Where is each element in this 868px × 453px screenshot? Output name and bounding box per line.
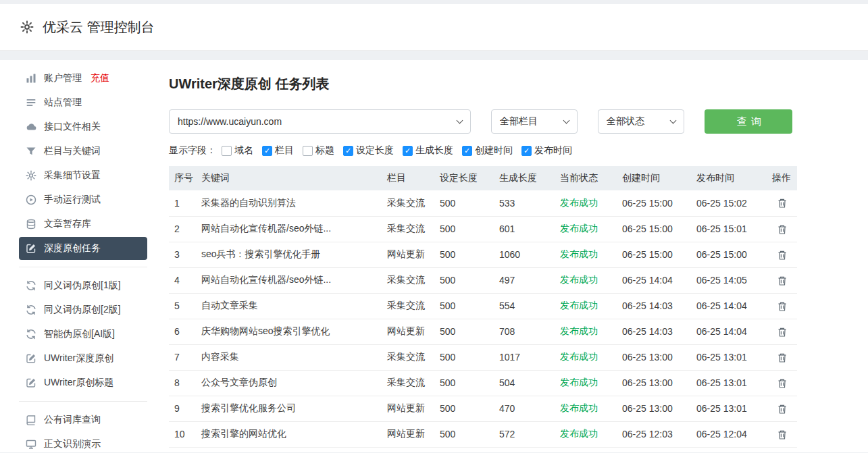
table-row: 9搜索引擎优化服务公司网站更新500470发布成功06-25 13:0006-2… <box>169 396 797 421</box>
table-row: 4网站自动化宣传机器/seo外链...采集交流500497发布成功06-25 1… <box>169 267 797 293</box>
sidebar-item-2[interactable]: 站点管理 <box>19 91 147 114</box>
checkbox-checked-icon[interactable]: ✓ <box>521 146 532 156</box>
column-header: 关键词 <box>196 166 382 190</box>
sidebar-item-10[interactable]: 同义词伪原创[2版] <box>19 298 147 321</box>
gears-icon <box>26 170 36 181</box>
index-cell: 6 <box>169 319 196 344</box>
column-cell: 网站更新 <box>382 242 434 267</box>
created-cell: 06-25 12:03 <box>617 421 691 447</box>
field-checkbox-7[interactable]: ✓发布时间 <box>521 144 572 157</box>
sidebar-item-label: 智能伪原创[AI版] <box>44 328 115 340</box>
checkbox-checked-icon[interactable]: ✓ <box>262 146 272 156</box>
index-cell: 9 <box>169 396 196 421</box>
checkbox-unchecked-icon[interactable] <box>303 146 313 156</box>
sidebar-item-label: UWriter原创标题 <box>44 377 113 389</box>
delete-icon[interactable] <box>777 429 788 440</box>
domain-select[interactable]: https://www.ucaiyun.com <box>169 109 471 134</box>
sidebar-item-3[interactable]: 接口文件相关 <box>19 115 147 138</box>
column-header: 发布时间 <box>691 166 767 190</box>
sidebar-item-label: 接口文件相关 <box>44 121 101 133</box>
action-cell <box>767 242 797 267</box>
page-title: UWriter深度原创 任务列表 <box>169 75 868 93</box>
delete-icon[interactable] <box>777 301 788 312</box>
delete-icon[interactable] <box>777 327 788 338</box>
sidebar-divider <box>19 267 147 267</box>
status-cell: 发布成功 <box>555 396 617 421</box>
sidebar-item-7[interactable]: 文章暂存库 <box>19 213 147 236</box>
action-cell <box>767 344 797 370</box>
action-cell <box>767 421 797 447</box>
filter-row: https://www.ucaiyun.com 全部栏目 全部状态 查询 <box>169 109 868 134</box>
checkbox-checked-icon[interactable]: ✓ <box>343 146 353 156</box>
content: 账户管理充值站点管理接口文件相关栏目与关键词采集细节设置手动运行测试文章暂存库深… <box>0 60 868 452</box>
published-cell: 06-25 14:05 <box>691 267 767 293</box>
column-cell: 采集交流 <box>382 216 434 242</box>
column-cell: 网站更新 <box>382 319 434 344</box>
sidebar-item-9[interactable]: 同义词伪原创[1版] <box>19 274 147 297</box>
sync-icon <box>26 329 36 340</box>
column-header: 设定长度 <box>434 166 494 190</box>
sync-icon <box>26 280 36 291</box>
sidebar-item-12[interactable]: UWriter深度原创 <box>19 347 147 370</box>
sidebar-item-label: 公有词库查询 <box>44 414 101 426</box>
set-length-cell: 500 <box>434 396 494 421</box>
action-cell <box>767 370 797 396</box>
database-icon <box>26 219 36 230</box>
sidebar-item-8[interactable]: 深度原创任务 <box>19 237 147 260</box>
sidebar-item-14[interactable]: 公有词库查询 <box>19 408 147 431</box>
column-select[interactable]: 全部栏目 <box>491 109 578 134</box>
field-checkbox-2[interactable]: ✓栏目 <box>262 144 294 157</box>
sidebar-item-5[interactable]: 采集细节设置 <box>19 164 147 187</box>
sidebar-item-label: 站点管理 <box>44 97 82 109</box>
delete-icon[interactable] <box>777 404 788 415</box>
filter-icon <box>26 146 36 157</box>
table-row: 1采集器的自动识别算法采集交流500533发布成功06-25 15:0006-2… <box>169 190 797 216</box>
index-cell: 4 <box>169 267 196 293</box>
created-cell: 06-25 15:00 <box>617 216 691 242</box>
field-checkbox-6[interactable]: ✓创建时间 <box>462 144 513 157</box>
sidebar-item-1[interactable]: 账户管理充值 <box>19 67 147 90</box>
recharge-badge[interactable]: 充值 <box>91 72 109 84</box>
checkbox-checked-icon[interactable]: ✓ <box>462 146 472 156</box>
gen-length-cell: 470 <box>494 396 555 421</box>
domain-select-value: https://www.ucaiyun.com <box>178 116 282 127</box>
field-checkbox-label: 创建时间 <box>475 144 513 157</box>
created-cell: 06-25 14:03 <box>617 319 691 344</box>
sidebar-item-6[interactable]: 手动运行测试 <box>19 188 147 211</box>
field-checkbox-1[interactable]: 域名 <box>222 144 253 157</box>
sidebar-divider <box>19 401 147 402</box>
sidebar-item-15[interactable]: 正文识别演示 <box>19 433 147 452</box>
sidebar-item-11[interactable]: 智能伪原创[AI版] <box>19 323 147 346</box>
table-row: 3seo兵书：搜索引擎优化手册网站更新5001060发布成功06-25 15:0… <box>169 242 797 267</box>
keyword-cell: 公众号文章伪原创 <box>196 370 382 396</box>
query-button[interactable]: 查询 <box>705 109 792 134</box>
checkbox-checked-icon[interactable]: ✓ <box>403 146 413 156</box>
topbar: 优采云 管理控制台 <box>0 4 868 51</box>
field-checkbox-5[interactable]: ✓生成长度 <box>403 144 453 157</box>
sidebar-item-4[interactable]: 栏目与关键词 <box>19 140 147 163</box>
created-cell: 06-25 14:03 <box>617 293 691 319</box>
sidebar-item-label: 正文识别演示 <box>44 438 101 450</box>
checkbox-unchecked-icon[interactable] <box>222 146 232 156</box>
column-cell: 网站更新 <box>382 421 434 447</box>
sidebar-item-label: 深度原创任务 <box>44 242 101 255</box>
delete-icon[interactable] <box>777 224 788 235</box>
set-length-cell: 500 <box>434 190 494 216</box>
bar-chart-icon <box>26 73 36 84</box>
field-checkbox-3[interactable]: 标题 <box>303 144 334 157</box>
delete-icon[interactable] <box>777 352 788 363</box>
column-header: 栏目 <box>382 166 434 190</box>
field-checkbox-4[interactable]: ✓设定长度 <box>343 144 394 157</box>
delete-icon[interactable] <box>777 275 788 286</box>
edit-square-icon <box>26 377 36 388</box>
delete-icon[interactable] <box>777 198 788 209</box>
delete-icon[interactable] <box>777 378 788 389</box>
sidebar-item-13[interactable]: UWriter原创标题 <box>19 371 147 394</box>
delete-icon[interactable] <box>777 250 788 261</box>
keyword-cell: 内容采集 <box>196 344 382 370</box>
published-cell: 06-25 15:02 <box>691 190 767 216</box>
status-select[interactable]: 全部状态 <box>598 109 684 134</box>
set-length-cell: 500 <box>434 267 494 293</box>
column-cell: 采集交流 <box>382 267 434 293</box>
sync-icon <box>26 304 36 315</box>
